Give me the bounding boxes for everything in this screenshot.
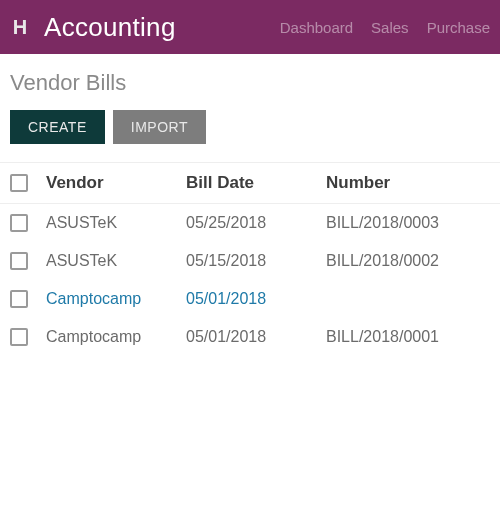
row-checkbox[interactable] — [10, 290, 28, 308]
create-button[interactable]: CREATE — [10, 110, 105, 144]
vendor-cell: ASUSTeK — [46, 252, 186, 270]
table-row[interactable]: Camptocamp 05/01/2018 BILL/2018/0001 — [0, 318, 500, 356]
action-bar: CREATE IMPORT — [0, 110, 500, 162]
nav-purchase[interactable]: Purchase — [427, 19, 490, 36]
vendor-cell: Camptocamp — [46, 290, 186, 308]
number-cell: BILL/2018/0002 — [326, 252, 490, 270]
page-title: Vendor Bills — [0, 54, 500, 110]
nav-sales[interactable]: Sales — [371, 19, 409, 36]
row-checkbox[interactable] — [10, 328, 28, 346]
top-nav: Dashboard Sales Purchase — [280, 19, 492, 36]
col-bill-date: Bill Date — [186, 173, 326, 193]
bill-date-cell: 05/15/2018 — [186, 252, 326, 270]
topbar: H Accounting Dashboard Sales Purchase — [0, 0, 500, 54]
app-title: Accounting — [44, 12, 176, 43]
number-cell: BILL/2018/0003 — [326, 214, 490, 232]
table-header-row: Vendor Bill Date Number — [0, 162, 500, 204]
bill-date-cell: 05/01/2018 — [186, 290, 326, 308]
nav-dashboard[interactable]: Dashboard — [280, 19, 353, 36]
select-all-checkbox[interactable] — [10, 174, 28, 192]
import-button[interactable]: IMPORT — [113, 110, 206, 144]
col-vendor: Vendor — [46, 173, 186, 193]
table-row[interactable]: Camptocamp 05/01/2018 — [0, 280, 500, 318]
app-menu-icon[interactable]: H — [6, 13, 34, 41]
bill-date-cell: 05/01/2018 — [186, 328, 326, 346]
vendor-cell: ASUSTeK — [46, 214, 186, 232]
table-row[interactable]: ASUSTeK 05/25/2018 BILL/2018/0003 — [0, 204, 500, 242]
table-row[interactable]: ASUSTeK 05/15/2018 BILL/2018/0002 — [0, 242, 500, 280]
number-cell: BILL/2018/0001 — [326, 328, 490, 346]
bill-date-cell: 05/25/2018 — [186, 214, 326, 232]
col-number: Number — [326, 173, 490, 193]
row-checkbox[interactable] — [10, 214, 28, 232]
bills-table: Vendor Bill Date Number ASUSTeK 05/25/20… — [0, 162, 500, 356]
vendor-cell: Camptocamp — [46, 328, 186, 346]
row-checkbox[interactable] — [10, 252, 28, 270]
